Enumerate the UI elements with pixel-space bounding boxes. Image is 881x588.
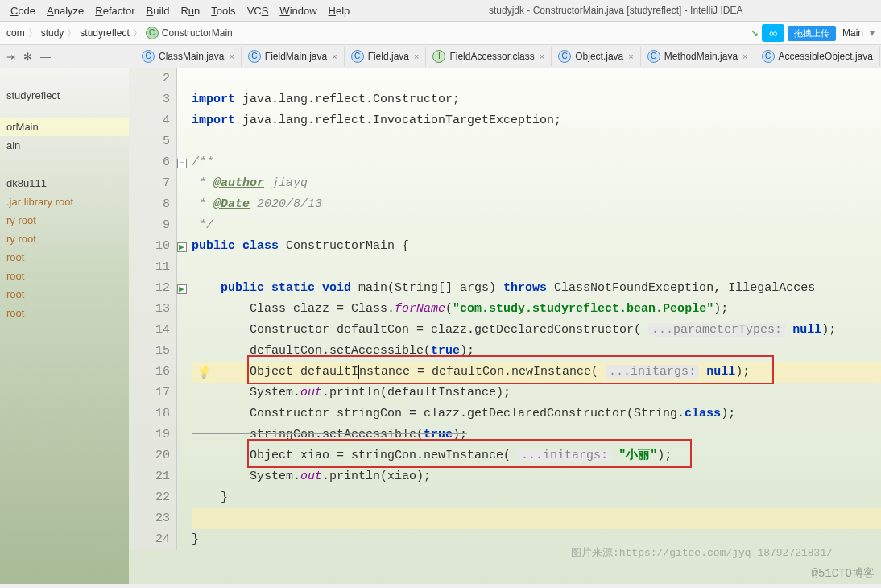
menu-build[interactable]: Build: [140, 3, 175, 19]
tab-methodmain[interactable]: CMethodMain.java×: [641, 47, 755, 66]
code-line: Class clazz = Class.forName("com.study.s…: [192, 299, 881, 320]
code-line: System.out.println(defaultInstance);: [192, 383, 881, 404]
menu-tools[interactable]: Tools: [205, 3, 241, 19]
tree-item[interactable]: [0, 111, 129, 118]
menu-analyze[interactable]: Analyze: [41, 3, 89, 19]
tree-item[interactable]: studyreflect: [0, 86, 129, 105]
close-icon[interactable]: ×: [628, 52, 633, 61]
crumb[interactable]: com: [6, 27, 25, 39]
menu-run[interactable]: Run: [175, 3, 205, 19]
close-icon[interactable]: ×: [414, 52, 419, 61]
tree-item[interactable]: [0, 168, 129, 174]
line-number: 14: [129, 320, 170, 341]
line-number: 18: [129, 404, 170, 424]
tree-item-library[interactable]: root: [0, 285, 129, 304]
code-line: import java.lang.reflect.InvocationTarge…: [192, 110, 881, 131]
menu-help[interactable]: Help: [323, 3, 356, 19]
line-number: 19: [129, 424, 170, 445]
tree-item[interactable]: [0, 105, 129, 111]
menu-vcs[interactable]: VCS: [242, 3, 275, 19]
crumb-sep: 〉: [67, 27, 77, 40]
interface-icon: I: [432, 50, 445, 63]
close-icon[interactable]: ×: [229, 52, 234, 61]
line-number: 22: [129, 487, 170, 508]
code-line: import java.lang.reflect.Constructor;: [192, 89, 881, 110]
tree-item-library[interactable]: root: [0, 248, 129, 267]
class-icon: C: [146, 27, 159, 39]
code-line: public class ConstructorMain {: [192, 236, 881, 257]
back-icon[interactable]: ↘: [751, 27, 759, 39]
menu-bar: Code Analyze Refactor Build Run Tools VC…: [0, 0, 881, 22]
line-number: 10: [129, 236, 170, 257]
gear-icon[interactable]: ✻: [23, 51, 32, 63]
collapse-icon[interactable]: ⇥: [6, 51, 15, 63]
tree-item[interactable]: [0, 73, 129, 80]
line-number: 4: [129, 110, 170, 131]
code-line: */: [192, 215, 881, 236]
project-tools: ⇥ ✻ —: [0, 51, 135, 63]
line-number: 23: [129, 508, 170, 529]
close-icon[interactable]: ×: [742, 52, 747, 61]
tab-fieldaccessor[interactable]: IFieldAccessor.class×: [426, 47, 552, 66]
code-area[interactable]: import java.lang.reflect.Constructor; im…: [192, 68, 881, 550]
menu-code[interactable]: Code: [5, 3, 41, 19]
tree-item[interactable]: dk8u111: [0, 174, 129, 193]
tab-classmain[interactable]: CClassMain.java×: [135, 47, 242, 66]
line-number: 3: [129, 89, 170, 110]
code-line: Object xiao = stringCon.newInstance( ...…: [192, 445, 881, 466]
line-gutter: 23456789101112131415161718192021222324: [129, 68, 177, 550]
config-combo[interactable]: Main: [839, 27, 867, 39]
menu-refactor[interactable]: Refactor: [89, 3, 140, 19]
crumb[interactable]: studyreflect: [80, 27, 129, 39]
breadcrumb-bar: com〉 study〉 studyreflect〉 C ConstructorM…: [0, 22, 881, 45]
upload-button[interactable]: 拖拽上传: [788, 26, 836, 41]
tree-item[interactable]: [0, 161, 129, 168]
fold-marker[interactable]: −: [177, 159, 187, 168]
code-editor[interactable]: 23456789101112131415161718192021222324 −…: [129, 68, 881, 584]
code-line: * @Date 2020/8/13: [192, 194, 881, 215]
tree-item-selected[interactable]: orMain: [0, 118, 129, 136]
run-gutter-icon[interactable]: ▶: [179, 242, 184, 252]
tree-item[interactable]: [0, 80, 129, 86]
cloud-icon[interactable]: ∞: [762, 24, 784, 42]
line-number: 16: [129, 362, 170, 383]
line-number: 7: [129, 173, 170, 194]
run-gutter-icon[interactable]: ▶: [179, 284, 184, 294]
code-line: [192, 131, 881, 152]
class-icon: C: [762, 50, 775, 63]
code-line: [192, 257, 881, 278]
tree-item-library[interactable]: ry root: [0, 230, 129, 248]
line-number: 5: [129, 131, 170, 152]
code-line-highlighted: Object defaultInstance = defaultCon.newI…: [192, 362, 881, 383]
class-icon: C: [351, 50, 364, 63]
tree-item-library[interactable]: root: [0, 304, 129, 322]
close-icon[interactable]: ×: [332, 52, 337, 61]
tree-item[interactable]: ain: [0, 136, 129, 155]
tree-item[interactable]: [0, 155, 129, 161]
tab-object[interactable]: CObject.java×: [552, 47, 640, 66]
watermark: @51CTO博客: [812, 566, 875, 581]
line-number: 6: [129, 152, 170, 173]
window-title: studyjdk - ConstructorMain.java [studyre…: [355, 3, 876, 18]
code-line: /**: [192, 152, 881, 173]
tab-fieldmain[interactable]: CFieldMain.java×: [242, 47, 345, 66]
tree-item-library[interactable]: ry root: [0, 211, 129, 230]
crumb[interactable]: study: [41, 27, 64, 39]
close-icon[interactable]: ×: [540, 52, 544, 61]
crumb-current[interactable]: ConstructorMain: [162, 27, 233, 39]
source-watermark: 图片来源:https://gitee.com/jyq_18792721831/: [571, 545, 833, 560]
tree-item-library[interactable]: .jar library root: [0, 193, 129, 211]
main-area: studyreflect orMain ain dk8u111 .jar lib…: [0, 68, 881, 584]
tab-accessibleobject[interactable]: CAccessibleObject.java: [755, 47, 880, 66]
line-number: 21: [129, 466, 170, 487]
line-number: 12: [129, 278, 170, 299]
code-line: }: [192, 487, 881, 508]
tree-item-library[interactable]: root: [0, 267, 129, 285]
menu-window[interactable]: Window: [274, 3, 322, 19]
project-sidebar[interactable]: studyreflect orMain ain dk8u111 .jar lib…: [0, 68, 129, 584]
code-line: Constructor defaultCon = clazz.getDeclar…: [192, 320, 881, 341]
dropdown-icon[interactable]: ▾: [870, 27, 875, 39]
minimize-icon[interactable]: —: [40, 51, 51, 63]
tab-field[interactable]: CField.java×: [345, 47, 427, 66]
line-number: 8: [129, 194, 170, 215]
